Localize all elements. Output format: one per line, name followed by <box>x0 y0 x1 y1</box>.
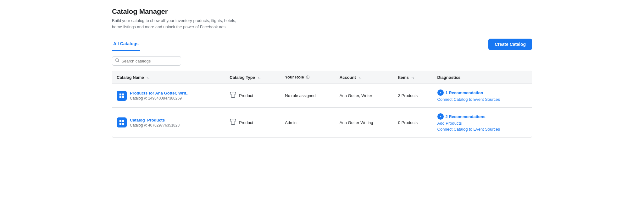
catalog-number: Catalog #: 1493400847386259 <box>130 96 190 100</box>
items-cell: 0 Products <box>394 108 433 138</box>
col-catalog-name[interactable]: Catalog Name ↑↓ <box>112 71 225 84</box>
catalog-name-cell: Products for Ana Gotter, Writ... Catalog… <box>112 84 225 108</box>
catalog-table: Catalog Name ↑↓ Catalog Type ↑↓ Your Rol… <box>112 71 532 138</box>
svg-rect-4 <box>119 120 121 122</box>
diagnostics-link[interactable]: Connect Catalog to Event Sources <box>437 97 527 102</box>
tab-all-catalogs[interactable]: All Catalogs <box>112 37 140 51</box>
search-input-wrap <box>112 56 181 66</box>
sort-arrows-name[interactable]: ↑↓ <box>146 76 150 79</box>
recommendation-icon <box>437 89 444 96</box>
catalog-name-link[interactable]: Catalog_Products <box>130 118 180 122</box>
col-account[interactable]: Account ↑↓ <box>335 71 394 84</box>
your-role-cell: Admin <box>280 108 335 138</box>
catalog-type-cell: Product <box>225 84 280 108</box>
col-diagnostics: Diagnostics <box>433 71 532 84</box>
catalog-number: Catalog #: 407629776351828 <box>130 123 180 127</box>
table-row: Products for Ana Gotter, Writ... Catalog… <box>112 84 532 108</box>
catalog-type-label: Product <box>239 93 253 98</box>
account-cell: Ana Gotter, Writer <box>335 84 394 108</box>
tshirt-icon <box>230 91 236 100</box>
search-input[interactable] <box>121 59 178 63</box>
svg-rect-2 <box>119 96 121 98</box>
col-catalog-type[interactable]: Catalog Type ↑↓ <box>225 71 280 84</box>
account-cell: Ana Gotter Writing <box>335 108 394 138</box>
your-role-cell: No role assigned <box>280 84 335 108</box>
create-catalog-button[interactable]: Create Catalog <box>488 39 532 50</box>
tabs-row: All Catalogs Create Catalog <box>112 37 532 51</box>
tshirt-icon <box>230 118 236 127</box>
search-container <box>112 56 532 66</box>
sort-arrows-account[interactable]: ↑↓ <box>358 76 362 79</box>
table-row: Catalog_Products Catalog #: 407629776351… <box>112 108 532 138</box>
page-header: Catalog Manager Build your catalog to sh… <box>112 8 532 30</box>
svg-rect-6 <box>119 123 121 125</box>
catalog-name-link[interactable]: Products for Ana Gotter, Writ... <box>130 91 190 95</box>
diagnostics-cell: 1 Recommendation Connect Catalog to Even… <box>433 84 532 108</box>
catalog-type-cell: Product <box>225 108 280 138</box>
your-role-info-icon[interactable]: ⓘ <box>306 75 309 80</box>
recommendation-count[interactable]: 2 Recommendations <box>446 114 486 119</box>
sort-arrows-type[interactable]: ↑↓ <box>258 76 261 79</box>
catalog-icon <box>117 91 127 101</box>
col-items[interactable]: Items ↑↓ <box>394 71 433 84</box>
sort-arrows-items[interactable]: ↑↓ <box>411 76 415 79</box>
svg-rect-0 <box>119 93 121 95</box>
catalog-name-cell: Catalog_Products Catalog #: 407629776351… <box>112 108 225 138</box>
recommendation-count[interactable]: 1 Recommendation <box>446 90 483 95</box>
svg-rect-1 <box>122 93 124 95</box>
col-your-role: Your Role ⓘ <box>280 71 335 84</box>
page-title: Catalog Manager <box>112 8 532 16</box>
diagnostics-link[interactable]: Add Products <box>437 121 527 126</box>
page-subtitle: Build your catalog to show off your inve… <box>112 18 532 30</box>
table-header-row: Catalog Name ↑↓ Catalog Type ↑↓ Your Rol… <box>112 71 532 84</box>
diagnostics-cell: 2 Recommendations Add ProductsConnect Ca… <box>433 108 532 138</box>
recommendation-icon <box>437 113 444 120</box>
recommendation-badge: 1 Recommendation <box>437 89 527 96</box>
svg-rect-5 <box>122 120 124 122</box>
items-cell: 3 Products <box>394 84 433 108</box>
svg-rect-7 <box>122 123 124 125</box>
catalog-type-label: Product <box>239 120 253 125</box>
search-icon <box>115 58 119 63</box>
catalog-icon <box>117 117 127 127</box>
diagnostics-link[interactable]: Connect Catalog to Event Sources <box>437 127 527 132</box>
recommendation-badge: 2 Recommendations <box>437 113 527 120</box>
svg-rect-3 <box>122 96 124 98</box>
